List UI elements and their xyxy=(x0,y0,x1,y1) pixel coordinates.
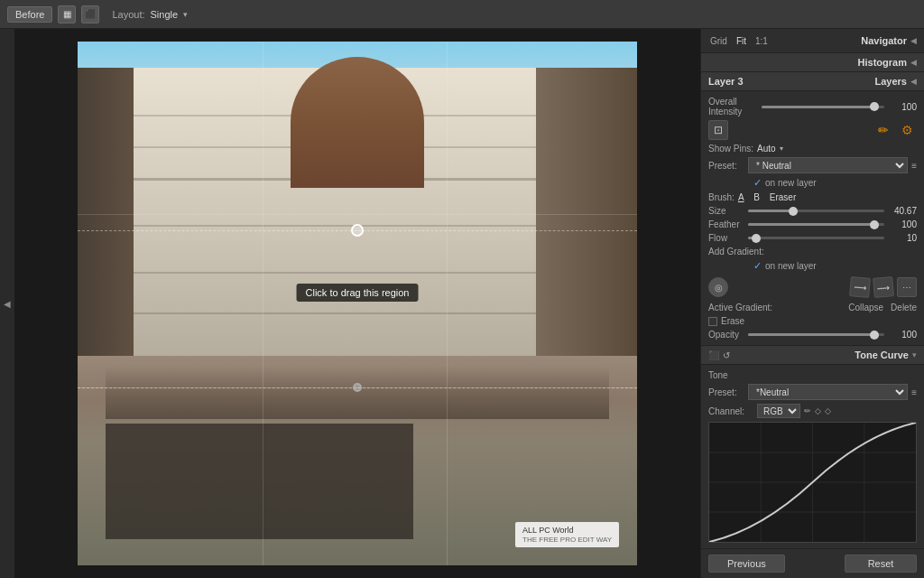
linear-gradient-icon-2[interactable]: ⟿ xyxy=(873,276,894,298)
linear-gradient-icon-1[interactable]: ⟿ xyxy=(849,276,871,298)
add-gradient-label: Add Gradient: xyxy=(708,247,764,256)
left-arrow-icon: ◀ xyxy=(4,299,11,309)
gradient-overlay-icon[interactable]: ⋯ xyxy=(897,277,917,297)
layers-body: Overall Intensity 100 ⊡ ✏ ⚙ Show Pi xyxy=(701,91,924,345)
flow-slider[interactable] xyxy=(748,237,884,239)
brush-b-option[interactable]: B xyxy=(753,192,760,202)
navigator-header: Grid Fit 1:1 Navigator ◀ xyxy=(708,33,917,49)
tone-curve-header: ⬛ ↺ Tone Curve ▾ xyxy=(701,346,924,365)
layers-collapse-arrow[interactable]: ◀ xyxy=(910,77,917,86)
channel-edit-icon[interactable]: ✏ xyxy=(804,406,811,415)
channel-label: Channel: xyxy=(708,406,753,416)
brush-eraser-option[interactable]: Eraser xyxy=(770,192,796,202)
canvas-area[interactable]: Click to drag this region ALL PC World T… xyxy=(14,29,700,578)
channel-row: Channel: RGB ✏ ◇ ◇ xyxy=(708,404,917,418)
crowd-layer xyxy=(106,367,609,419)
add-gradient-row: Add Gradient: xyxy=(708,247,917,256)
grid-button[interactable]: Grid xyxy=(708,36,729,46)
channel-select[interactable]: RGB xyxy=(757,404,800,418)
left-panel-toggle[interactable]: ◀ xyxy=(0,29,14,578)
add-gradient-new-layer-row: ✓ on new layer xyxy=(708,260,917,272)
ratio-button[interactable]: 1:1 xyxy=(753,36,770,46)
sync-icon-btn[interactable]: ⬛ xyxy=(81,5,99,23)
on-new-layer-row: ✓ on new layer xyxy=(708,177,917,189)
top-toolbar: Before ▦ ⬛ Layout: Single ▾ xyxy=(0,0,924,29)
layout-label: Layout: xyxy=(112,9,144,20)
gradient-end-pin[interactable] xyxy=(353,383,362,392)
show-pins-arrow[interactable]: ▾ xyxy=(780,144,783,153)
size-slider[interactable] xyxy=(748,210,884,212)
overall-intensity-label: Overall Intensity xyxy=(708,97,758,117)
navigator-collapse-arrow[interactable]: ◀ xyxy=(910,36,917,45)
tone-refresh-icon[interactable]: ↺ xyxy=(723,350,730,360)
opacity-label: Opacity xyxy=(708,330,744,340)
crop-icon[interactable]: ⊡ xyxy=(708,120,728,140)
gradient-check-icon: ✓ xyxy=(753,260,762,272)
layers-header: Layer 3 Layers ◀ xyxy=(701,72,924,91)
building-right xyxy=(536,68,637,382)
tone-icons-left: ⬛ ↺ xyxy=(708,350,730,360)
tone-curve-arrow[interactable]: ▾ xyxy=(912,350,917,359)
radial-gradient-icon[interactable]: ◎ xyxy=(708,277,728,297)
preset-row: Preset: * Neutral ≡ xyxy=(708,157,917,173)
histogram-arrow[interactable]: ◀ xyxy=(910,58,917,67)
erase-label: Erase xyxy=(721,316,744,326)
fit-button[interactable]: Fit xyxy=(735,36,748,46)
layers-section: Layer 3 Layers ◀ Overall Intensity 100 xyxy=(701,72,924,346)
layout-value[interactable]: Single xyxy=(151,9,179,20)
previous-button[interactable]: Previous xyxy=(708,555,785,573)
tables-area xyxy=(106,424,413,539)
reset-button[interactable]: Reset xyxy=(845,555,917,573)
overall-intensity-slider[interactable] xyxy=(762,106,884,108)
nav-controls: Grid Fit 1:1 xyxy=(708,36,770,46)
size-row: Size 40.67 xyxy=(708,206,917,216)
tone-preset-label: Preset: xyxy=(708,387,744,397)
check-icon: ✓ xyxy=(753,177,762,189)
brush-label-row: Brush: A B Eraser xyxy=(708,192,917,202)
brush-a-icon[interactable]: ✏ xyxy=(873,120,893,140)
brush-b-icon[interactable]: ⚙ xyxy=(897,120,917,140)
brush-sep-2 xyxy=(763,192,766,202)
brush-a-option[interactable]: A xyxy=(738,192,744,202)
tone-preset-select-row: Preset: *Neutral ≡ xyxy=(708,384,917,400)
tone-lock-icon[interactable]: ⬛ xyxy=(708,350,719,360)
layer-name: Layer 3 xyxy=(708,76,744,87)
tone-curve-section: ⬛ ↺ Tone Curve ▾ Tone Preset: *Neutral xyxy=(701,346,924,578)
opacity-slider[interactable] xyxy=(748,333,884,336)
watermark: ALL PC World THE FREE PRO EDIT WAY xyxy=(515,522,619,547)
before-button[interactable]: Before xyxy=(7,6,52,23)
preset-menu-btn[interactable]: ≡ xyxy=(911,161,917,171)
brush-label: Brush: xyxy=(708,192,735,202)
flow-row: Flow 10 xyxy=(708,233,917,243)
histogram-title: Histogram xyxy=(858,57,907,68)
feather-row: Feather 100 xyxy=(708,219,917,229)
channel-option-2[interactable]: ◇ xyxy=(825,406,831,415)
show-pins-label: Show Pins: xyxy=(708,144,753,154)
tone-body: Tone Preset: *Neutral ≡ Channel: RGB ✏ xyxy=(701,365,924,548)
opacity-value: 100 xyxy=(888,330,917,340)
layout-dropdown-arrow[interactable]: ▾ xyxy=(183,10,188,19)
preset-label: Preset: xyxy=(708,161,744,171)
gradient-center-pin[interactable] xyxy=(351,224,364,237)
channel-option-1[interactable]: ◇ xyxy=(815,406,821,415)
view-icon-btn[interactable]: ▦ xyxy=(58,5,76,23)
delete-btn[interactable]: Delete xyxy=(891,303,917,312)
navigator-title: Navigator xyxy=(861,35,907,46)
tone-label: Tone xyxy=(708,370,758,380)
tone-curve-chart[interactable] xyxy=(708,422,917,543)
add-gradient-on-new-layer-label: on new layer xyxy=(765,261,817,271)
show-pins-dropdown[interactable]: Auto xyxy=(757,144,776,154)
tone-preset-menu-btn[interactable]: ≡ xyxy=(911,387,917,397)
tone-preset-select[interactable]: *Neutral xyxy=(748,384,908,400)
gradient-tool-icons-row: ◎ ⟿ ⟿ ⋯ xyxy=(708,275,917,299)
size-label: Size xyxy=(708,206,744,216)
erase-checkbox[interactable] xyxy=(708,317,717,326)
photo-image: Click to drag this region ALL PC World T… xyxy=(78,42,637,565)
active-gradient-actions: Collapse Delete xyxy=(848,303,917,312)
bottom-buttons: Previous Reset xyxy=(701,548,924,578)
collapse-btn[interactable]: Collapse xyxy=(848,303,883,312)
feather-slider[interactable] xyxy=(748,223,884,226)
preset-select[interactable]: * Neutral xyxy=(748,157,908,173)
overall-intensity-value: 100 xyxy=(888,102,917,112)
active-gradient-label: Active Gradient: xyxy=(708,303,772,312)
